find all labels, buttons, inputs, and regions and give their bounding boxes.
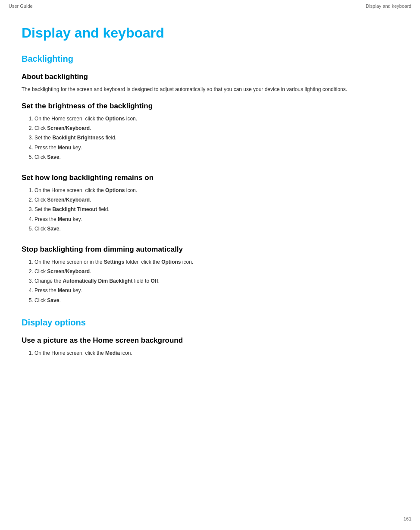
list-item: Click Screen/Keyboard. [34,268,398,276]
list-item: On the Home screen, click the Options ic… [34,186,398,195]
page-footer: 161 [404,516,411,521]
steps-set-duration-list: On the Home screen, click the Options ic… [22,186,398,233]
section-backlighting-title: Backlighting [22,54,398,64]
list-item: Press the Menu key. [34,287,398,295]
list-item: Set the Backlight Brightness field. [34,134,398,142]
list-item: Click Screen/Keyboard. [34,124,398,132]
steps-stop-dimming: Stop backlighting from dimming automatic… [22,245,398,305]
steps-use-picture-title: Use a picture as the Home screen backgro… [22,336,398,345]
steps-set-brightness-title: Set the brightness of the backlighting [22,102,398,110]
steps-set-brightness-list: On the Home screen, click the Options ic… [22,115,398,161]
steps-set-brightness: Set the brightness of the backlighting O… [22,102,398,161]
steps-stop-dimming-list: On the Home screen or in the Settings fo… [22,258,398,305]
list-item: Click Save. [34,153,398,161]
list-item: On the Home screen or in the Settings fo… [34,258,398,266]
page-header: User Guide Display and keyboard [0,0,420,12]
list-item: Click Save. [34,225,398,233]
main-content: Display and keyboard Backlighting About … [0,12,420,387]
list-item: On the Home screen, click the Media icon… [34,349,398,357]
page-title: Display and keyboard [22,25,398,41]
list-item: Click Save. [34,297,398,305]
steps-use-picture-list: On the Home screen, click the Media icon… [22,349,398,357]
subsection-about-backlighting: About backlighting [22,73,398,81]
list-item: Press the Menu key. [34,144,398,152]
list-item: Click Screen/Keyboard. [34,196,398,204]
steps-stop-dimming-title: Stop backlighting from dimming automatic… [22,245,398,254]
steps-use-picture: Use a picture as the Home screen backgro… [22,336,398,357]
list-item: Change the Automatically Dim Backlight f… [34,277,398,285]
header-left: User Guide [9,3,33,9]
steps-set-duration: Set how long backlighting remains on On … [22,174,398,233]
list-item: On the Home screen, click the Options ic… [34,115,398,123]
list-item: Press the Menu key. [34,215,398,224]
about-backlighting-description: The backlighting for the screen and keyb… [22,85,398,93]
section-display-options-title: Display options [22,318,398,328]
list-item: Set the Backlight Timeout field. [34,205,398,214]
page-number: 161 [404,516,411,521]
steps-set-duration-title: Set how long backlighting remains on [22,174,398,182]
header-right: Display and keyboard [366,3,411,9]
